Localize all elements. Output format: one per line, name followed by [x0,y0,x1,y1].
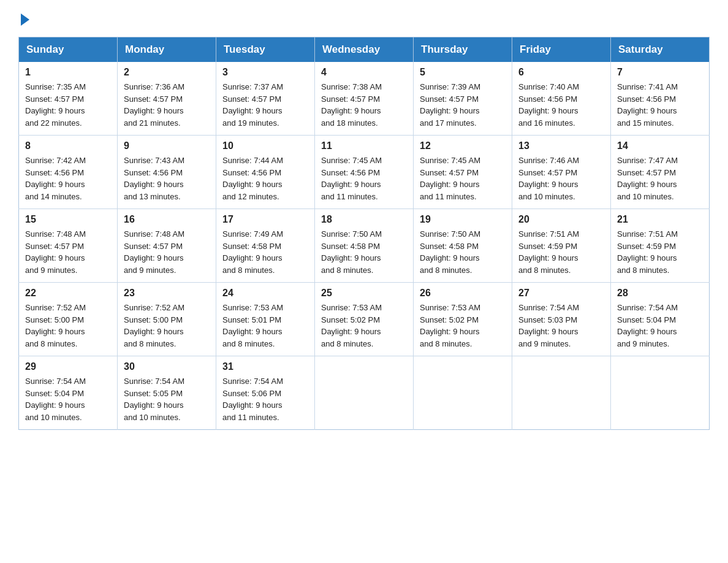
day-info: Sunrise: 7:48 AMSunset: 4:57 PMDaylight:… [25,228,111,276]
calendar-header-tuesday: Tuesday [216,37,315,63]
day-info: Sunrise: 7:47 AMSunset: 4:57 PMDaylight:… [617,155,703,202]
day-number: 25 [321,288,407,299]
calendar-day-cell [611,356,710,430]
day-number: 12 [420,140,506,151]
day-info: Sunrise: 7:35 AMSunset: 4:57 PMDaylight:… [25,81,111,129]
day-info: Sunrise: 7:39 AMSunset: 4:57 PMDaylight:… [420,81,506,129]
page-header [18,12,710,26]
calendar-day-cell: 14Sunrise: 7:47 AMSunset: 4:57 PMDayligh… [611,136,710,209]
day-info: Sunrise: 7:44 AMSunset: 4:56 PMDaylight:… [222,155,308,202]
day-number: 17 [222,214,308,225]
day-number: 21 [617,214,703,225]
day-info: Sunrise: 7:52 AMSunset: 5:00 PMDaylight:… [25,302,111,350]
calendar-header-friday: Friday [512,37,611,63]
calendar-day-cell: 30Sunrise: 7:54 AMSunset: 5:05 PMDayligh… [118,356,216,430]
day-number: 31 [222,361,308,372]
day-number: 3 [222,67,308,78]
day-info: Sunrise: 7:45 AMSunset: 4:57 PMDaylight:… [420,155,506,202]
day-number: 11 [321,140,407,151]
calendar-week-row: 22Sunrise: 7:52 AMSunset: 5:00 PMDayligh… [19,283,710,356]
day-number: 19 [420,214,506,225]
day-number: 27 [518,288,604,299]
day-info: Sunrise: 7:37 AMSunset: 4:57 PMDaylight:… [222,81,308,129]
calendar-day-cell: 13Sunrise: 7:46 AMSunset: 4:57 PMDayligh… [512,136,611,209]
day-number: 29 [25,361,111,372]
calendar-day-cell: 10Sunrise: 7:44 AMSunset: 4:56 PMDayligh… [216,136,315,209]
day-number: 5 [420,67,506,78]
calendar-day-cell: 19Sunrise: 7:50 AMSunset: 4:58 PMDayligh… [414,209,512,283]
day-info: Sunrise: 7:42 AMSunset: 4:56 PMDaylight:… [25,155,111,202]
logo-arrow-icon [21,13,29,26]
calendar-day-cell: 23Sunrise: 7:52 AMSunset: 5:00 PMDayligh… [118,283,216,356]
calendar-day-cell [315,356,414,430]
day-info: Sunrise: 7:36 AMSunset: 4:57 PMDaylight:… [124,81,210,129]
calendar-day-cell: 12Sunrise: 7:45 AMSunset: 4:57 PMDayligh… [414,136,512,209]
calendar-day-cell: 17Sunrise: 7:49 AMSunset: 4:58 PMDayligh… [216,209,315,283]
day-info: Sunrise: 7:51 AMSunset: 4:59 PMDaylight:… [518,228,604,276]
calendar-day-cell: 21Sunrise: 7:51 AMSunset: 4:59 PMDayligh… [611,209,710,283]
day-number: 28 [617,288,703,299]
day-info: Sunrise: 7:54 AMSunset: 5:04 PMDaylight:… [25,375,111,423]
calendar-day-cell: 4Sunrise: 7:38 AMSunset: 4:57 PMDaylight… [315,62,414,136]
day-info: Sunrise: 7:40 AMSunset: 4:56 PMDaylight:… [518,81,604,129]
calendar-day-cell: 25Sunrise: 7:53 AMSunset: 5:02 PMDayligh… [315,283,414,356]
day-number: 2 [124,67,210,78]
calendar-day-cell: 20Sunrise: 7:51 AMSunset: 4:59 PMDayligh… [512,209,611,283]
day-number: 1 [25,67,111,78]
calendar-day-cell: 31Sunrise: 7:54 AMSunset: 5:06 PMDayligh… [216,356,315,430]
day-info: Sunrise: 7:51 AMSunset: 4:59 PMDaylight:… [617,228,703,276]
calendar-day-cell: 22Sunrise: 7:52 AMSunset: 5:00 PMDayligh… [19,283,118,356]
calendar-day-cell: 15Sunrise: 7:48 AMSunset: 4:57 PMDayligh… [19,209,118,283]
day-number: 22 [25,288,111,299]
day-info: Sunrise: 7:54 AMSunset: 5:06 PMDaylight:… [222,375,308,423]
calendar-header-thursday: Thursday [414,37,512,63]
day-info: Sunrise: 7:53 AMSunset: 5:01 PMDaylight:… [222,302,308,350]
calendar-header-saturday: Saturday [611,37,710,63]
calendar-day-cell: 2Sunrise: 7:36 AMSunset: 4:57 PMDaylight… [118,62,216,136]
day-info: Sunrise: 7:54 AMSunset: 5:03 PMDaylight:… [518,302,604,350]
day-number: 16 [124,214,210,225]
day-info: Sunrise: 7:46 AMSunset: 4:57 PMDaylight:… [518,155,604,202]
calendar-week-row: 15Sunrise: 7:48 AMSunset: 4:57 PMDayligh… [19,209,710,283]
day-number: 7 [617,67,703,78]
calendar-day-cell: 6Sunrise: 7:40 AMSunset: 4:56 PMDaylight… [512,62,611,136]
day-number: 13 [518,140,604,151]
day-number: 8 [25,140,111,151]
calendar-day-cell: 24Sunrise: 7:53 AMSunset: 5:01 PMDayligh… [216,283,315,356]
day-info: Sunrise: 7:45 AMSunset: 4:56 PMDaylight:… [321,155,407,202]
calendar-day-cell [414,356,512,430]
calendar-header-wednesday: Wednesday [315,37,414,63]
day-number: 18 [321,214,407,225]
calendar-header-row: SundayMondayTuesdayWednesdayThursdayFrid… [19,37,710,63]
day-info: Sunrise: 7:54 AMSunset: 5:05 PMDaylight:… [124,375,210,423]
calendar-day-cell: 26Sunrise: 7:53 AMSunset: 5:02 PMDayligh… [414,283,512,356]
calendar-day-cell: 16Sunrise: 7:48 AMSunset: 4:57 PMDayligh… [118,209,216,283]
calendar-header-monday: Monday [118,37,216,63]
day-number: 4 [321,67,407,78]
day-number: 10 [222,140,308,151]
calendar-week-row: 1Sunrise: 7:35 AMSunset: 4:57 PMDaylight… [19,62,710,136]
calendar-day-cell: 27Sunrise: 7:54 AMSunset: 5:03 PMDayligh… [512,283,611,356]
calendar-day-cell: 3Sunrise: 7:37 AMSunset: 4:57 PMDaylight… [216,62,315,136]
calendar-table: SundayMondayTuesdayWednesdayThursdayFrid… [18,37,710,430]
day-info: Sunrise: 7:49 AMSunset: 4:58 PMDaylight:… [222,228,308,276]
day-number: 30 [124,361,210,372]
calendar-day-cell: 7Sunrise: 7:41 AMSunset: 4:56 PMDaylight… [611,62,710,136]
day-number: 26 [420,288,506,299]
calendar-day-cell: 18Sunrise: 7:50 AMSunset: 4:58 PMDayligh… [315,209,414,283]
calendar-header-sunday: Sunday [19,37,118,63]
calendar-week-row: 29Sunrise: 7:54 AMSunset: 5:04 PMDayligh… [19,356,710,430]
day-number: 20 [518,214,604,225]
calendar-day-cell: 1Sunrise: 7:35 AMSunset: 4:57 PMDaylight… [19,62,118,136]
day-info: Sunrise: 7:41 AMSunset: 4:56 PMDaylight:… [617,81,703,129]
day-info: Sunrise: 7:50 AMSunset: 4:58 PMDaylight:… [321,228,407,276]
calendar-day-cell: 28Sunrise: 7:54 AMSunset: 5:04 PMDayligh… [611,283,710,356]
day-info: Sunrise: 7:50 AMSunset: 4:58 PMDaylight:… [420,228,506,276]
day-info: Sunrise: 7:43 AMSunset: 4:56 PMDaylight:… [124,155,210,202]
day-info: Sunrise: 7:54 AMSunset: 5:04 PMDaylight:… [617,302,703,350]
calendar-day-cell: 29Sunrise: 7:54 AMSunset: 5:04 PMDayligh… [19,356,118,430]
calendar-day-cell [512,356,611,430]
calendar-week-row: 8Sunrise: 7:42 AMSunset: 4:56 PMDaylight… [19,136,710,209]
day-info: Sunrise: 7:53 AMSunset: 5:02 PMDaylight:… [321,302,407,350]
day-number: 23 [124,288,210,299]
